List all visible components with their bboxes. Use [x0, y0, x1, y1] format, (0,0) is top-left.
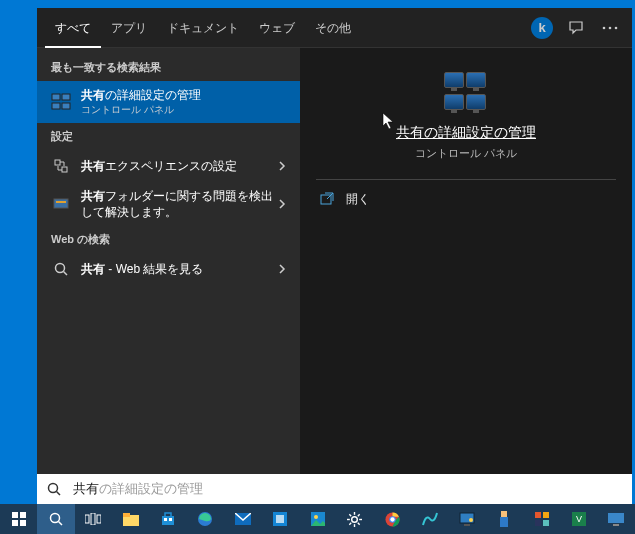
- search-input[interactable]: 共有の詳細設定の管理: [73, 480, 203, 498]
- svg-line-12: [64, 272, 68, 276]
- svg-rect-57: [543, 520, 549, 526]
- svg-rect-34: [276, 515, 284, 523]
- search-icon: [51, 259, 71, 279]
- taskbar-store-icon[interactable]: [149, 504, 186, 534]
- more-icon[interactable]: [596, 14, 624, 42]
- taskbar-app-display-icon[interactable]: [598, 504, 635, 534]
- taskbar-search[interactable]: [37, 504, 74, 534]
- svg-rect-55: [543, 512, 549, 518]
- result-troubleshoot-share[interactable]: 共有フォルダーに関する問題を検出して解決します。: [37, 182, 300, 226]
- share-experience-icon: [51, 156, 71, 176]
- taskbar-app-person-icon[interactable]: [486, 504, 523, 534]
- tab-more[interactable]: その他: [305, 8, 365, 48]
- svg-rect-3: [52, 94, 60, 100]
- section-settings: 設定: [37, 123, 300, 150]
- svg-line-43: [358, 522, 360, 524]
- svg-rect-52: [501, 511, 507, 517]
- result-troubleshoot-title: 共有フォルダーに関する問題を検出して解決します。: [81, 188, 274, 220]
- svg-rect-54: [535, 512, 541, 518]
- svg-rect-4: [62, 94, 70, 100]
- taskbar-app-grid-icon[interactable]: [523, 504, 560, 534]
- svg-rect-60: [608, 513, 624, 523]
- svg-point-36: [314, 515, 318, 519]
- search-bar[interactable]: 共有の詳細設定の管理: [37, 474, 632, 504]
- start-search-panel: すべて アプリ ドキュメント ウェブ その他 k 最も一致する検索結果: [37, 8, 632, 474]
- svg-point-20: [51, 514, 60, 523]
- svg-point-48: [390, 517, 394, 521]
- taskbar: V: [0, 504, 635, 534]
- start-button[interactable]: [0, 504, 37, 534]
- taskbar-app-teal-icon[interactable]: [411, 504, 448, 534]
- result-web-search[interactable]: 共有 - Web 結果を見る: [37, 253, 300, 285]
- svg-rect-61: [613, 524, 619, 526]
- result-web-title: 共有 - Web 結果を見る: [81, 261, 274, 277]
- chevron-right-icon[interactable]: [274, 199, 290, 209]
- tab-all[interactable]: すべて: [45, 8, 101, 48]
- svg-rect-24: [97, 515, 101, 523]
- search-typed-text: 共有: [73, 481, 99, 496]
- tab-apps[interactable]: アプリ: [101, 8, 157, 48]
- svg-rect-8: [62, 167, 67, 172]
- svg-rect-28: [165, 513, 171, 517]
- svg-rect-50: [464, 524, 470, 526]
- taskbar-explorer-icon[interactable]: [112, 504, 149, 534]
- taskbar-photos-icon[interactable]: [299, 504, 336, 534]
- section-best-match: 最も一致する検索結果: [37, 54, 300, 81]
- svg-point-1: [609, 26, 612, 29]
- action-open[interactable]: 開く: [316, 180, 616, 218]
- chevron-right-icon[interactable]: [274, 264, 290, 274]
- svg-rect-19: [20, 520, 26, 526]
- svg-rect-17: [20, 512, 26, 518]
- taskbar-taskview[interactable]: [75, 504, 112, 534]
- feedback-icon[interactable]: [562, 14, 590, 42]
- svg-line-21: [59, 522, 63, 526]
- svg-rect-22: [85, 515, 89, 523]
- taskbar-app-green-icon[interactable]: V: [560, 504, 597, 534]
- cursor-icon: [382, 112, 396, 130]
- svg-rect-26: [123, 513, 130, 517]
- result-share-experience[interactable]: 共有エクスペリエンスの設定: [37, 150, 300, 182]
- svg-rect-53: [500, 517, 508, 527]
- result-best-title: 共有の詳細設定の管理: [81, 87, 290, 103]
- taskbar-app-monitor-icon[interactable]: [448, 504, 485, 534]
- svg-rect-6: [62, 103, 70, 109]
- taskbar-edge-icon[interactable]: [187, 504, 224, 534]
- tab-documents[interactable]: ドキュメント: [157, 8, 249, 48]
- svg-rect-10: [56, 201, 66, 203]
- svg-point-2: [615, 26, 618, 29]
- svg-rect-18: [12, 520, 18, 526]
- search-icon: [47, 482, 65, 496]
- preview-subtitle: コントロール パネル: [415, 146, 517, 161]
- troubleshoot-icon: [51, 194, 71, 214]
- results-list: 最も一致する検索結果 共有の詳細設定の管理 コントロール パネル 設定: [37, 48, 300, 474]
- open-icon: [318, 190, 336, 208]
- tab-web[interactable]: ウェブ: [249, 8, 305, 48]
- search-completion-text: の詳細設定の管理: [99, 481, 203, 496]
- svg-rect-9: [54, 199, 68, 208]
- action-open-label: 開く: [346, 191, 370, 208]
- svg-point-0: [603, 26, 606, 29]
- chevron-right-icon[interactable]: [274, 161, 290, 171]
- result-best-match[interactable]: 共有の詳細設定の管理 コントロール パネル: [37, 81, 300, 123]
- svg-point-14: [49, 484, 58, 493]
- svg-rect-16: [12, 512, 18, 518]
- taskbar-app-blue-icon[interactable]: [262, 504, 299, 534]
- preview-pane: 共有の詳細設定の管理 コントロール パネル 開く: [300, 48, 632, 474]
- taskbar-settings-icon[interactable]: [336, 504, 373, 534]
- tab-more-label: その他: [315, 21, 351, 35]
- taskbar-chrome-icon[interactable]: [374, 504, 411, 534]
- avatar-k-icon: k: [531, 17, 553, 39]
- taskbar-mail-icon[interactable]: [224, 504, 261, 534]
- preview-title[interactable]: 共有の詳細設定の管理: [396, 124, 536, 142]
- svg-point-11: [56, 264, 65, 273]
- svg-rect-23: [91, 513, 95, 525]
- svg-line-45: [358, 514, 360, 516]
- tabs-row: すべて アプリ ドキュメント ウェブ その他 k: [37, 8, 632, 48]
- svg-rect-29: [164, 518, 167, 521]
- svg-line-44: [350, 522, 352, 524]
- svg-rect-7: [55, 160, 60, 165]
- user-avatar[interactable]: k: [528, 14, 556, 42]
- svg-line-15: [57, 492, 61, 496]
- svg-rect-56: [535, 520, 541, 526]
- result-best-subtitle: コントロール パネル: [81, 103, 290, 117]
